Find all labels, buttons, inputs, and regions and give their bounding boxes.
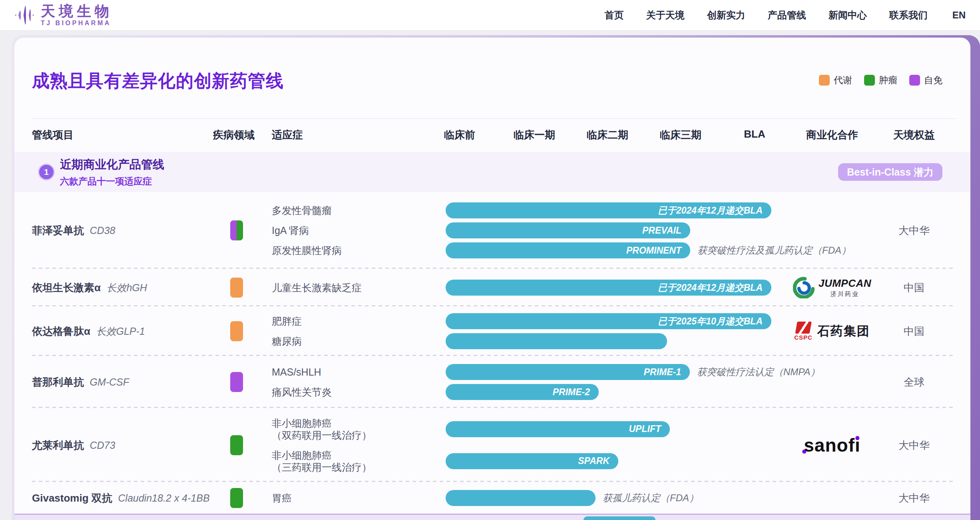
legend-item-oncology: 肿瘤 [864, 74, 897, 86]
best-in-class-badge: Best-in-Class 潜力 [838, 163, 942, 181]
section-header: 1 近期商业化产品管线 六款产品十一项适应症 Best-in-Class 潜力 [14, 152, 970, 192]
indication-label: 胃癌 [272, 492, 442, 504]
brand-logo[interactable]: 天境生物 TJ BIOPHARMA [12, 2, 113, 28]
partner-logo-sanofi: sanofi [804, 434, 860, 456]
designation-note: 获突破性疗法认定（NMPA） [697, 366, 820, 378]
col-header-preclinical: 临床前 [444, 128, 475, 142]
jumpcan-logo-text: JUMPCAN 济川药业 [819, 277, 871, 298]
col-header-phase2: 临床二期 [587, 128, 628, 142]
rights-region: 大中华 [898, 438, 930, 452]
stage-bar: 已于2024年12月递交BLA [446, 280, 771, 296]
stage-bar: 已于2024年12月递交BLA [446, 202, 771, 218]
brand-name-en: TJ BIOPHARMA [41, 20, 113, 27]
indication-label: 非小细胞肺癌 （三药联用一线治疗） [272, 449, 442, 473]
rights-region: 全球 [904, 375, 924, 389]
indication-label: 儿童生长激素缺乏症 [272, 282, 442, 294]
stage-bar: SPARK [446, 453, 618, 469]
cspc-logo-icon [795, 322, 811, 334]
language-toggle[interactable]: EN [952, 10, 966, 21]
rights-region: 大中华 [898, 224, 930, 238]
rights-region: 中国 [904, 324, 924, 338]
stage-bar [446, 490, 596, 506]
col-header-project: 管线项目 [32, 128, 74, 142]
nav-item-pipeline[interactable]: 产品管线 [768, 9, 806, 22]
nav-item-news[interactable]: 新闻中心 [829, 9, 867, 22]
waveform-logo-icon [12, 2, 35, 28]
legend-item-metabolic: 代谢 [819, 74, 852, 86]
stage-bar [446, 333, 667, 349]
legend-item-autoimmune: 自免 [909, 74, 942, 86]
brand-text: 天境生物 TJ BIOPHARMA [41, 4, 113, 27]
pipeline-row-felzartamab: 菲泽妥单抗 CD38 多发性骨髓瘤 已于2024年12月递交BLA IgA 肾病… [14, 192, 970, 269]
stage-bar: PROMINENT [446, 242, 690, 258]
partial-stage-bar [584, 516, 655, 520]
table-header-row: 管线项目 疾病领域 适应症 临床前 临床一期 临床二期 临床三期 BLA 商业化… [14, 118, 970, 152]
disease-area-legend: 代谢 肿瘤 自免 [819, 74, 942, 86]
section-subtitle: 六款产品十一项适应症 [60, 175, 164, 188]
legend-swatch-metabolic [819, 75, 830, 86]
nav-item-about[interactable]: 关于天境 [646, 9, 685, 22]
pipeline-row-eftansomatropin: 依坦生长激素α 长效hGH 儿童生长激素缺乏症 已于2024年12月递交BLA … [14, 269, 970, 306]
page-title: 成熟且具有差异化的创新药管线 [32, 69, 284, 93]
stage-bar: PRIME-1 [446, 364, 690, 380]
legend-swatch-oncology [864, 75, 875, 86]
jumpcan-logo-icon [793, 277, 815, 298]
indication-label: IgA 肾病 [272, 224, 442, 236]
col-header-phase1: 临床一期 [514, 128, 555, 142]
nav-item-innovation[interactable]: 创新实力 [707, 9, 745, 22]
indication-label: 非小细胞肺癌 （双药联用一线治疗） [272, 417, 442, 441]
pipeline-card: 成熟且具有差异化的创新药管线 代谢 肿瘤 自免 管线项目 疾病领域 适应症 临床… [14, 38, 970, 520]
pipeline-row-uliledlimab: 尤莱利单抗 CD73 非小细胞肺癌 （双药联用一线治疗） UPLIFT 非小细胞… [14, 408, 970, 482]
section-number-badge: 1 [39, 165, 54, 179]
section-text: 近期商业化产品管线 六款产品十一项适应症 [60, 157, 164, 188]
nav-item-contact[interactable]: 联系我们 [889, 9, 928, 22]
rights-region: 中国 [904, 281, 924, 295]
nav-item-home[interactable]: 首页 [605, 9, 624, 22]
brand-name-cn: 天境生物 [41, 4, 113, 19]
cspc-logo-mark: CSPC [794, 322, 813, 341]
col-header-bla: BLA [744, 128, 765, 140]
rights-region: 大中华 [898, 491, 930, 505]
stage-bar: 已于2025年10月递交BLA [446, 313, 771, 329]
stage-bar: UPLIFT [446, 421, 670, 437]
indication-label: MAS/sHLH [272, 366, 442, 378]
stage-bar: PRIME-2 [446, 384, 599, 400]
indication-label: 肥胖症 [272, 315, 442, 327]
designation-note: 获孤儿药认定（FDA） [603, 492, 699, 504]
col-header-rights: 天境权益 [893, 128, 935, 142]
partner-logo-cspc: CSPC 石药集团 [794, 322, 870, 341]
indication-label: 痛风性关节炎 [272, 386, 442, 398]
indication-label: 糖尿病 [272, 335, 442, 347]
main-nav: 首页 关于天境 创新实力 产品管线 新闻中心 联系我们 EN [605, 9, 966, 22]
col-header-phase3: 临床三期 [660, 128, 701, 142]
card-header: 成熟且具有差异化的创新药管线 代谢 肿瘤 自免 [14, 38, 970, 118]
col-header-disease-area: 疾病领域 [213, 128, 255, 142]
legend-swatch-autoimmune [909, 75, 920, 86]
top-navigation-bar: 天境生物 TJ BIOPHARMA 首页 关于天境 创新实力 产品管线 新闻中心… [0, 0, 980, 30]
sanofi-purple-dot [802, 450, 806, 454]
indication-label: 原发性膜性肾病 [272, 244, 442, 256]
partner-logo-jumpcan: JUMPCAN 济川药业 [793, 277, 871, 298]
pipeline-row-edaglutide: 依达格鲁肽α 长效GLP-1 肥胖症 已于2025年10月递交BLA 糖尿病 [14, 306, 970, 356]
designation-note: 获突破性疗法及孤儿药认定（FDA） [697, 244, 851, 257]
indication-label: 多发性骨髓瘤 [272, 204, 442, 216]
pipeline-card-border: 成熟且具有差异化的创新药管线 代谢 肿瘤 自免 管线项目 疾病领域 适应症 临床… [12, 35, 980, 520]
col-header-partnership: 商业化合作 [806, 128, 858, 142]
next-section-peek [14, 514, 970, 520]
pipeline-row-plonmarlimab: 普那利单抗 GM-CSF MAS/sHLH PRIME-1 获突破性疗法认定（N… [14, 356, 970, 408]
stage-bar: PREVAIL [446, 222, 690, 238]
pipeline-row-givastomig: Givastomig 双抗 Claudin18.2 x 4-1BB 胃癌 获孤儿… [14, 482, 970, 514]
section-title: 近期商业化产品管线 [60, 157, 164, 173]
col-header-indication: 适应症 [272, 128, 303, 142]
